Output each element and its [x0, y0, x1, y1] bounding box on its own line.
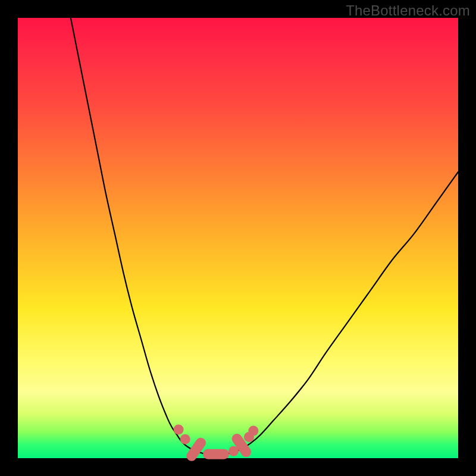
chart-frame: TheBottleneck.com: [0, 0, 476, 476]
marker-dot: [248, 426, 258, 436]
marker-group: [174, 424, 259, 463]
watermark-text: TheBottleneck.com: [346, 2, 470, 19]
curve-group: [71, 18, 458, 455]
marker-dot: [180, 434, 190, 444]
plot-area: [18, 18, 458, 458]
bottleneck-curve: [71, 18, 458, 455]
marker-lozenge: [203, 449, 229, 459]
marker-dot: [174, 424, 184, 434]
chart-svg: [18, 18, 458, 458]
